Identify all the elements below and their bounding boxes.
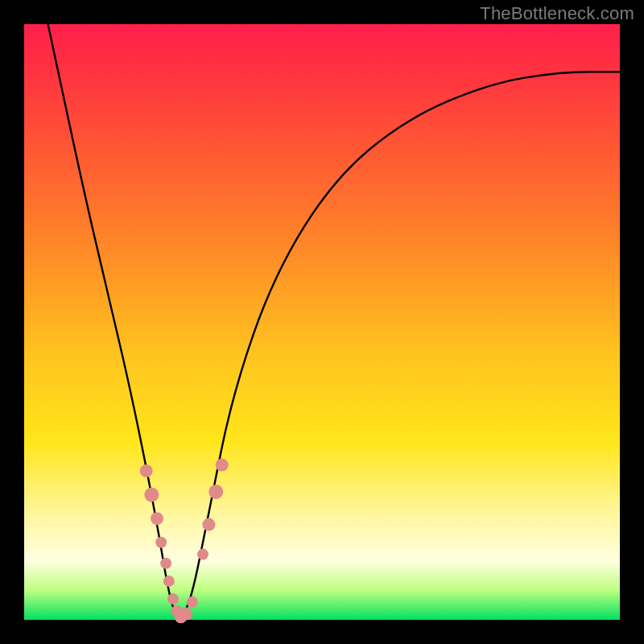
marker-point (163, 576, 175, 587)
marker-point (180, 608, 192, 621)
marker-point (202, 518, 215, 531)
marker-point (151, 512, 163, 525)
marker-point (155, 537, 167, 548)
marker-point (167, 593, 179, 605)
marker-point (140, 464, 153, 477)
marker-point (187, 597, 198, 608)
chart-svg (24, 24, 620, 620)
marker-point (208, 485, 223, 499)
watermark-text: TheBottleneck.com (480, 3, 634, 24)
marker-point (197, 549, 208, 560)
marker-point (216, 459, 229, 472)
marker-point (144, 488, 159, 502)
marker-point (160, 558, 171, 569)
bottleneck-curve (48, 24, 620, 615)
plot-area (24, 24, 620, 620)
chart-container: TheBottleneck.com (0, 0, 644, 644)
